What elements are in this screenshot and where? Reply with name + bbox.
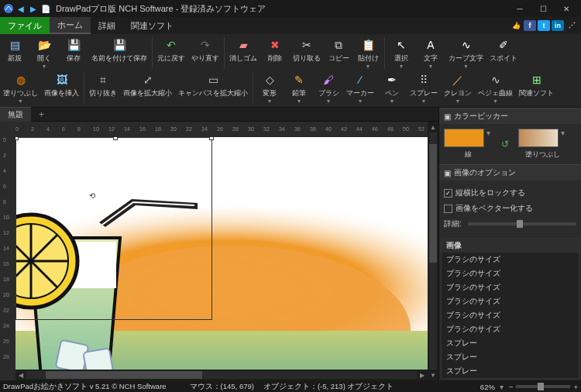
layer-item[interactable]: ブラシのサイズ <box>442 308 579 322</box>
svg-text:💾: 💾 <box>113 39 127 52</box>
eraser-button[interactable]: ▰消しゴム <box>226 36 260 70</box>
spray-button[interactable]: ⠿スプレー▼ <box>407 70 441 105</box>
scroll-right-button[interactable]: ▶ <box>417 370 428 380</box>
layer-item[interactable]: ブラシのサイズ <box>442 253 579 266</box>
related-button[interactable]: ⊞関連ソフト <box>516 70 557 105</box>
copy-button[interactable]: ⧉コピー <box>324 36 353 70</box>
nav-fwd-icon[interactable]: ▶ <box>28 3 39 14</box>
new-tab-button[interactable]: + <box>31 109 52 120</box>
new-icon: ▤ <box>7 37 22 53</box>
canvas[interactable]: ⟲ <box>15 137 428 370</box>
undo-button[interactable]: ↶元に戻す <box>154 36 188 70</box>
layer-item[interactable]: ブラシのサイズ <box>442 266 579 280</box>
redo-icon: ↷ <box>198 37 213 53</box>
document-tab[interactable]: 無題 <box>0 107 31 122</box>
zoom-slider[interactable] <box>516 385 570 388</box>
svg-text:✒: ✒ <box>387 74 397 86</box>
minimize-button[interactable]: ─ <box>508 0 531 17</box>
resize-canvas-button[interactable]: ▭キャンバスを拡大縮小 <box>175 70 251 105</box>
nav-back-icon[interactable]: ◀ <box>15 3 26 14</box>
doc-icon: 📄 <box>40 3 51 14</box>
detail-slider[interactable] <box>468 222 576 225</box>
like-icon[interactable]: 👍 <box>510 20 522 31</box>
svg-text:↷: ↷ <box>201 39 210 51</box>
scroll-down-button[interactable]: ▼ <box>428 370 438 380</box>
close-button[interactable]: ✕ <box>555 0 578 17</box>
pen-icon: ✒ <box>384 72 400 88</box>
stroke-swatch[interactable] <box>444 129 484 147</box>
svg-point-0 <box>4 4 13 13</box>
zoom-dropdown[interactable]: ▾ <box>498 383 506 391</box>
zoom-in-button[interactable]: + <box>573 383 578 391</box>
layer-item[interactable]: ブラシのサイズ <box>442 294 579 308</box>
scroll-left-button[interactable]: ◀ <box>15 370 26 380</box>
brush-button[interactable]: 🖌ブラシ▼ <box>314 70 343 105</box>
cut-icon: ✂ <box>299 37 315 53</box>
svg-text:⧉: ⧉ <box>335 39 342 51</box>
eyedrop-button[interactable]: ✐スポイト <box>486 36 521 70</box>
curvetext-button[interactable]: ∿カーブ文字▼ <box>445 36 486 70</box>
facebook-icon[interactable]: f <box>524 20 536 31</box>
layer-item[interactable]: スプレー <box>442 336 579 350</box>
linkedin-icon[interactable]: in <box>552 20 564 31</box>
open-button[interactable]: 📂開く▼ <box>29 36 59 70</box>
marker-button[interactable]: ∕マーカー▼ <box>343 70 377 105</box>
zoom-out-button[interactable]: − <box>509 383 514 391</box>
svg-text:✐: ✐ <box>499 39 508 51</box>
color-picker-header[interactable]: ▣カラーピッカー <box>439 108 581 124</box>
select-button[interactable]: ↖選択▼ <box>387 36 416 70</box>
swap-colors-button[interactable]: ↺ <box>498 137 512 151</box>
menu-file[interactable]: ファイル <box>0 17 50 34</box>
menu-related[interactable]: 関連ソフト <box>123 17 181 34</box>
save-button[interactable]: 💾保存 <box>59 36 88 70</box>
menubar: ファイル ホーム 詳細 関連ソフト 👍 f t in ⋰ <box>0 17 581 34</box>
layer-item[interactable]: ブラシのサイズ <box>442 322 579 336</box>
fill-button[interactable]: ◍塗りつぶし▼ <box>0 70 41 105</box>
paste-button[interactable]: 📋貼付け▼ <box>353 36 383 70</box>
undo-icon: ↶ <box>163 37 179 53</box>
share-icon[interactable]: ⋰ <box>566 20 578 31</box>
new-button[interactable]: ▤新規 <box>0 36 29 70</box>
vertical-scrollbar[interactable]: ▲ ▼ <box>428 122 438 380</box>
layer-item[interactable]: スプレー <box>442 350 579 364</box>
menu-home[interactable]: ホーム <box>50 17 91 34</box>
fill-icon: ◍ <box>13 72 29 88</box>
layer-item[interactable]: スプレー <box>442 364 579 378</box>
fill-swatch[interactable] <box>518 129 559 147</box>
fill-dropdown[interactable]: ▾ <box>559 129 566 147</box>
svg-text:⤢: ⤢ <box>143 74 153 86</box>
image-options-header[interactable]: ▣画像のオプション <box>439 164 581 181</box>
layer-item[interactable]: ブラシのサイズ <box>442 280 579 294</box>
scroll-up-button[interactable]: ▲ <box>428 122 438 132</box>
maximize-button[interactable]: ☐ <box>531 0 555 17</box>
horizontal-scrollbar[interactable]: ◀ ▶ <box>15 370 428 380</box>
pencil-icon: ✎ <box>291 72 307 88</box>
rotate-handle-icon[interactable]: ⟲ <box>89 191 95 200</box>
resize-image-button[interactable]: ⤢画像を拡大縮小 <box>120 70 175 105</box>
lock-aspect-checkbox[interactable] <box>444 189 452 198</box>
delete-button[interactable]: ✖削除 <box>260 36 290 70</box>
pen-button[interactable]: ✒ペン▼ <box>377 70 407 105</box>
vertical-ruler: 0246810121416182022242628 <box>0 122 15 380</box>
layer-item[interactable]: スプレー <box>442 378 579 379</box>
stroke-dropdown[interactable]: ▾ <box>484 129 492 147</box>
delete-icon: ✖ <box>267 37 283 53</box>
transform-button[interactable]: ◇変形▼ <box>255 70 284 105</box>
ribbon: ▤新規📂開く▼💾保存💾名前を付けて保存↶元に戻す↷やり直す▰消しゴム✖削除✂切り… <box>0 34 581 108</box>
layers-panel[interactable]: 画像ブラシのサイズブラシのサイズブラシのサイズブラシのサイズブラシのサイズブラシ… <box>441 238 579 379</box>
svg-text:／: ／ <box>452 74 463 86</box>
bezier-button[interactable]: ∿ベジェ曲線▼ <box>475 70 516 105</box>
insert-image-button[interactable]: 🖼画像を挿入 <box>41 70 82 105</box>
vectorize-checkbox[interactable] <box>444 205 452 213</box>
redo-button[interactable]: ↷やり直す <box>188 36 222 70</box>
twitter-icon[interactable]: t <box>538 20 550 31</box>
pencil-button[interactable]: ✎鉛筆▼ <box>284 70 314 105</box>
cut-button[interactable]: ✂切り取る <box>290 36 324 70</box>
crop-button[interactable]: ⌗切り抜き <box>86 70 120 105</box>
saveas-button[interactable]: 💾名前を付けて保存 <box>88 36 150 70</box>
svg-text:▤: ▤ <box>10 39 20 51</box>
crayon-button[interactable]: ／クレヨン▼ <box>441 70 475 105</box>
text-icon: A <box>423 37 438 53</box>
menu-detail[interactable]: 詳細 <box>91 17 123 34</box>
text-button[interactable]: A文字▼ <box>416 36 445 70</box>
